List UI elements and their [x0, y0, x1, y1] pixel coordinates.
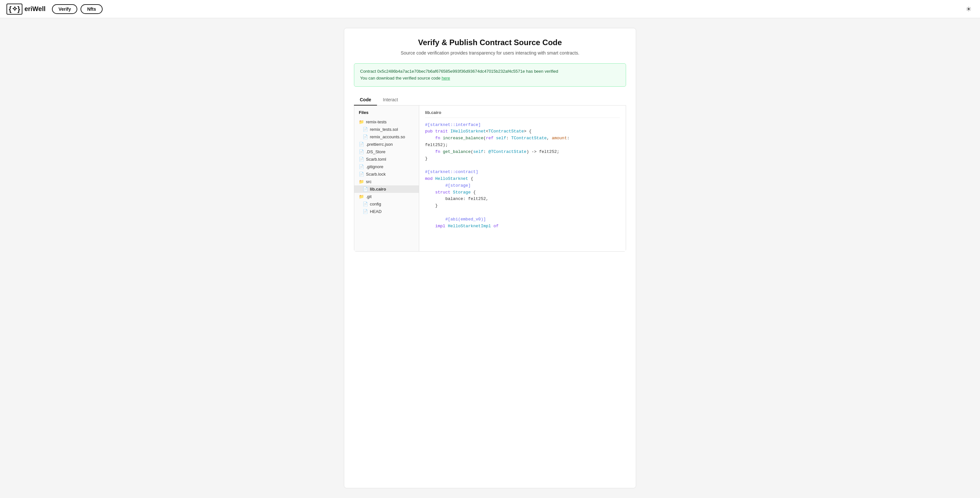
list-item[interactable]: 📄 remix_tests.sol: [354, 126, 419, 133]
tree-item-label: Scarb.lock: [366, 172, 386, 177]
list-item[interactable]: 📄 .gitignore: [354, 163, 419, 170]
content-container: Verify & Publish Contract Source Code So…: [344, 28, 636, 488]
verify-nav-button[interactable]: Verify: [52, 4, 77, 14]
file-icon: 📄: [359, 172, 364, 177]
file-icon: 📄: [359, 142, 364, 147]
tab-interact[interactable]: Interact: [377, 94, 404, 105]
tree-item-label: remix_accounts.so: [370, 134, 405, 139]
list-item[interactable]: 📄 Scarb.toml: [354, 156, 419, 163]
success-line-2: You can download the verified source cod…: [360, 75, 620, 82]
tree-item-label: src: [366, 179, 371, 184]
code-panel: Files 📁 remix-tests 📄 remix_tests.sol 📄 …: [354, 105, 626, 251]
tree-item-label: lib.cairo: [370, 187, 386, 191]
file-icon: 📄: [359, 164, 364, 169]
file-tree: Files 📁 remix-tests 📄 remix_tests.sol 📄 …: [354, 105, 419, 251]
header: {✧} eriWell Verify Nfts ☀: [0, 0, 980, 18]
tree-item-label: Scarb.toml: [366, 157, 386, 162]
file-icon: 📄: [359, 150, 364, 154]
list-item[interactable]: 📄 HEAD: [354, 208, 419, 215]
tree-item-label: remix-tests: [366, 119, 387, 124]
main-content: Verify & Publish Contract Source Code So…: [0, 18, 980, 498]
logo-text: eriWell: [24, 5, 45, 13]
tree-item-label: .prettierrc.json: [366, 142, 393, 147]
list-item[interactable]: 📁 remix-tests: [354, 118, 419, 126]
tree-item-label: HEAD: [370, 209, 382, 214]
file-icon: 📄: [363, 134, 368, 139]
file-icon: 📄: [363, 187, 368, 191]
list-item[interactable]: 📄 Scarb.lock: [354, 170, 419, 178]
tabs: Code Interact: [354, 94, 626, 105]
theme-toggle-button[interactable]: ☀: [964, 3, 974, 15]
nfts-nav-button[interactable]: Nfts: [81, 4, 102, 14]
code-filename: lib.cairo: [425, 110, 620, 118]
tab-code[interactable]: Code: [354, 94, 377, 105]
logo-icon: {✧}: [6, 3, 22, 14]
folder-icon: 📁: [359, 119, 364, 124]
folder-icon: 📁: [359, 179, 364, 184]
list-item[interactable]: 📄 config: [354, 200, 419, 208]
file-icon: 📄: [363, 202, 368, 207]
tree-item-label: config: [370, 202, 381, 207]
success-line-1: Contract 0x5c2486b4a7ac1e70bec7b6af67658…: [360, 68, 620, 75]
tree-item-label: remix_tests.sol: [370, 127, 398, 132]
list-item[interactable]: 📄 remix_accounts.so: [354, 133, 419, 140]
list-item[interactable]: 📁 .git: [354, 193, 419, 200]
page-title: Verify & Publish Contract Source Code: [354, 38, 626, 47]
code-viewer: lib.cairo #[starknet::interface] pub tra…: [419, 105, 626, 251]
list-item[interactable]: 📁 src: [354, 178, 419, 185]
file-icon: 📄: [359, 157, 364, 162]
list-item[interactable]: 📄 .prettierrc.json: [354, 140, 419, 148]
success-text: You can download the verified source cod…: [360, 76, 442, 81]
tree-item-label: .git: [366, 194, 371, 199]
list-item[interactable]: 📄 lib.cairo: [354, 185, 419, 193]
file-tree-title: Files: [354, 110, 419, 118]
success-banner: Contract 0x5c2486b4a7ac1e70bec7b6af67658…: [354, 63, 626, 87]
download-link[interactable]: here: [442, 76, 450, 81]
tree-item-label: .gitignore: [366, 164, 383, 169]
file-icon: 📄: [363, 127, 368, 132]
page-subtitle: Source code verification provides transp…: [354, 50, 626, 56]
file-icon: 📄: [363, 209, 368, 214]
list-item[interactable]: 📄 .DS_Store: [354, 148, 419, 156]
folder-icon: 📁: [359, 194, 364, 199]
logo[interactable]: {✧} eriWell: [6, 3, 45, 14]
tree-item-label: .DS_Store: [366, 150, 385, 154]
code-content: #[starknet::interface] pub trait IHelloS…: [425, 122, 620, 230]
